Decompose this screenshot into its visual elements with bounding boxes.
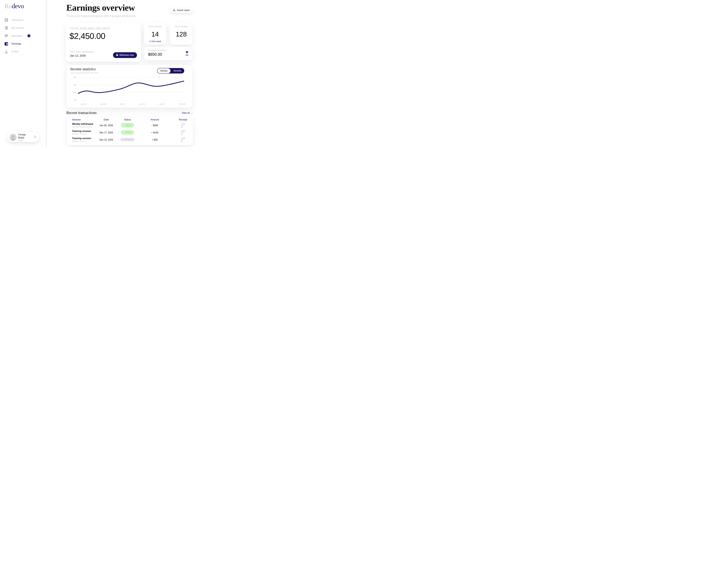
- session-title: Tutoring session: [72, 137, 91, 140]
- column-session: Session: [72, 118, 81, 121]
- status-badge: Cleared: [122, 123, 134, 127]
- hourglass-icon: [185, 51, 189, 56]
- user-profile-card[interactable]: George Buble Tutor: [7, 132, 39, 142]
- total-students-delta: +2 this week: [144, 40, 166, 42]
- withdraw-now-button[interactable]: Withdraw now: [113, 52, 137, 58]
- receipt-icon[interactable]: [181, 137, 185, 143]
- status-dot: [122, 139, 123, 140]
- session-subtitle: Transfer to Bank Name: [72, 126, 93, 128]
- column-receipt: Receipt: [179, 118, 187, 121]
- page-subtitle: Track your financial progress and manage…: [66, 14, 137, 18]
- total-students-value: 14: [144, 30, 166, 38]
- messages-unread-badge: 2: [27, 34, 30, 37]
- sidebar: Rodevo Dashboard My Classes Messages: [0, 0, 46, 147]
- svg-text:Feb 06: Feb 06: [179, 103, 185, 105]
- brand-prefix: Ro: [5, 2, 12, 9]
- receipt-icon[interactable]: [181, 123, 185, 128]
- period-monthly-button[interactable]: Monthly: [171, 69, 184, 72]
- period-weekly-button[interactable]: Weekly: [157, 68, 170, 73]
- pending-clearance-value: $850.00: [148, 52, 162, 57]
- svg-text:$0: $0: [74, 99, 77, 101]
- session-title: Weekly withdrawal: [72, 123, 93, 125]
- sidebar-item-earnings[interactable]: Earnings: [0, 40, 46, 48]
- sidebar-item-profile[interactable]: Profile: [0, 48, 46, 56]
- next-withdrawal-label: Next auto–withdrawal: [70, 50, 93, 53]
- svg-text:Jan 22: Jan 22: [139, 103, 145, 105]
- svg-text:$3k: $3k: [73, 76, 77, 79]
- income-analytics-card: Income analytics Your earning trends ove…: [66, 65, 192, 108]
- sidebar-item-dashboard[interactable]: Dashboard: [0, 16, 46, 24]
- column-status: Status: [116, 118, 139, 121]
- brand-suffix: devo: [12, 2, 24, 9]
- export-report-label: Export report: [177, 9, 190, 12]
- svg-text:Jan 29: Jan 29: [159, 103, 165, 105]
- date-cell: Dec 15, 2025: [95, 139, 118, 141]
- sidebar-item-my-classes[interactable]: My Classes: [0, 24, 46, 32]
- column-amount: Amount: [143, 118, 166, 121]
- session-subtitle: Student: User N.: [72, 133, 91, 135]
- view-all-label: View all: [182, 112, 190, 114]
- amount-cell: + $100: [143, 131, 166, 134]
- user-name: George Buble: [18, 133, 32, 140]
- person-icon: [4, 50, 8, 54]
- receipt-cell: [179, 137, 187, 143]
- sidebar-item-label: Dashboard: [12, 19, 23, 22]
- chat-icon: [4, 34, 8, 38]
- sidebar-item-messages[interactable]: Messages 2: [0, 32, 46, 40]
- wallet-icon: [4, 42, 8, 46]
- amount-cell: - $300: [143, 124, 166, 127]
- main-content: Earnings overview Track your financial p…: [46, 0, 207, 147]
- receipt-cell: [179, 130, 187, 135]
- session-subtitle: Student: User N.: [72, 140, 91, 142]
- date-cell: Dec 17, 2025: [95, 131, 118, 134]
- dashboard-icon: [4, 18, 8, 22]
- download-icon: [173, 8, 176, 12]
- page-title: Earnings overview: [66, 3, 135, 13]
- status-dot: [123, 132, 124, 133]
- next-withdrawal-date: Jan 12, 2026: [70, 54, 86, 57]
- user-role: Tutor: [18, 140, 32, 142]
- status-cell: Cleared: [116, 131, 139, 134]
- total-students-card: Total students 14 +2 this week: [144, 23, 166, 45]
- session-cell: Weekly withdrawal Transfer to Bank Name: [72, 123, 93, 128]
- arrow-right-icon: →: [191, 112, 193, 114]
- column-date: Date: [95, 118, 118, 121]
- balance-label: TOTAL AVAILABLE BALANCE: [70, 27, 110, 30]
- receipt-icon[interactable]: [181, 130, 185, 135]
- view-all-link[interactable]: View all →: [182, 112, 193, 114]
- pending-clearance-label: Pending clearance: [148, 49, 166, 51]
- session-cell: Tutoring session Student: User N.: [72, 137, 91, 142]
- svg-text:$1k: $1k: [73, 91, 77, 93]
- svg-text:Jan 01: Jan 01: [81, 103, 87, 105]
- hours-taught-card: Hours taught 128: [170, 23, 192, 45]
- sidebar-item-label: Earnings: [12, 42, 21, 45]
- session-cell: Tutoring session Student: User N.: [72, 130, 91, 135]
- svg-text:Jan15: Jan15: [120, 103, 125, 105]
- sidebar-item-label: My Classes: [12, 26, 24, 29]
- sidebar-item-label: Messages: [12, 35, 23, 37]
- balance-card: TOTAL AVAILABLE BALANCE $2,450.00 Next a…: [66, 22, 141, 62]
- period-toggle: Weekly Monthly: [157, 68, 184, 74]
- logout-icon[interactable]: [34, 135, 37, 139]
- income-analytics-title: Income analytics: [70, 67, 96, 71]
- total-students-label: Total students: [144, 25, 166, 27]
- book-icon: [4, 26, 8, 30]
- amount-cell: + $50: [143, 139, 166, 141]
- lock-icon: [116, 54, 118, 57]
- status-cell: Cleared: [116, 123, 139, 127]
- income-chart-svg: $3k$2k$1k$0Jan 01Jan 08Jan15Jan 22Jan 29…: [66, 76, 192, 108]
- pending-clearance-card: Pending clearance $850.00: [144, 47, 192, 60]
- date-cell: Jan 06, 2026: [95, 124, 118, 127]
- status-badge: Processed: [120, 138, 135, 141]
- export-report-button[interactable]: Export report: [170, 7, 192, 13]
- svg-text:Jan 08: Jan 08: [100, 103, 106, 105]
- recent-transactions-title: Recent transactions: [66, 110, 97, 115]
- receipt-cell: [179, 123, 187, 128]
- status-badge: Cleared: [122, 131, 134, 134]
- avatar: [9, 134, 17, 141]
- transactions-table: Session Date Status Amount Receipt Weekl…: [67, 117, 193, 145]
- hours-taught-value: 128: [170, 30, 192, 38]
- svg-text:$2k: $2k: [73, 84, 77, 86]
- sidebar-item-label: Profile: [12, 50, 18, 53]
- balance-amount: $2,450.00: [69, 31, 105, 41]
